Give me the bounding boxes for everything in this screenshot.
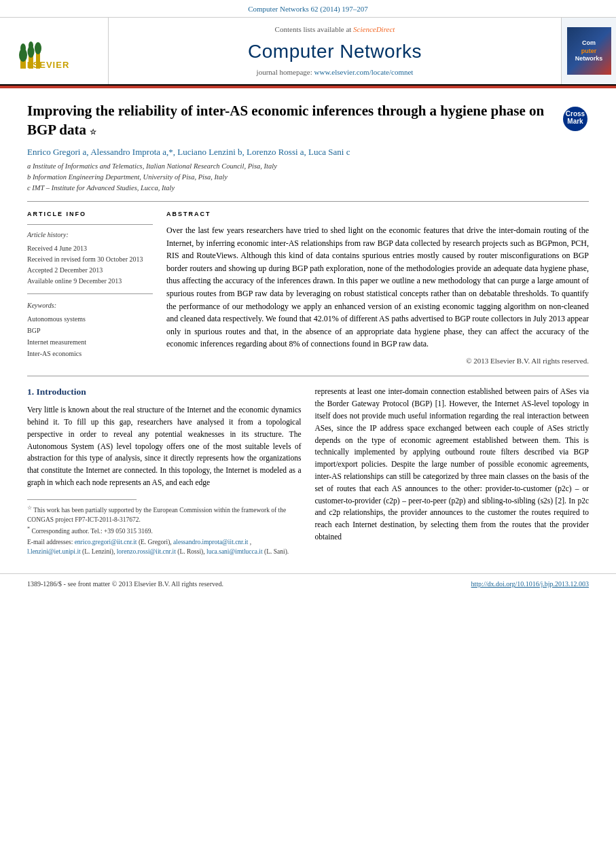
abstract-col: ABSTRACT Over the last few years researc… xyxy=(166,210,589,366)
section-divider-1 xyxy=(27,201,589,202)
intro-left-text: Very little is known about the real stru… xyxy=(27,404,302,489)
email-link-1[interactable]: alessandro.improta@iit.cnr.it xyxy=(173,539,248,545)
journal-header-center: Contents lists available at ScienceDirec… xyxy=(109,18,562,84)
email-link-0[interactable]: enrico.gregori@iit.cnr.it xyxy=(75,539,137,545)
science-direct-link[interactable]: ScienceDirect xyxy=(353,25,395,33)
keywords-divider xyxy=(27,293,153,294)
journal-homepage: journal homepage: www.elsevier.com/locat… xyxy=(257,67,414,77)
history-item-2: Accepted 2 December 2013 xyxy=(27,265,153,276)
article-info-divider xyxy=(27,224,153,225)
svg-text:Cross: Cross xyxy=(566,110,585,118)
authors-line: Enrico Gregori a, Alessandro Improta a,*… xyxy=(27,146,589,158)
paper-title: Improving the reliability of inter-AS ec… xyxy=(27,102,551,139)
keyword-1: BGP xyxy=(27,325,153,336)
journal-header: ELSEVIER Contents lists available at Sci… xyxy=(0,18,616,86)
email-footnotes: E-mail addresses: enrico.gregori@iit.cnr… xyxy=(27,537,302,557)
main-content: Improving the reliability of inter-AS ec… xyxy=(0,88,616,567)
article-history-label: Article history: xyxy=(27,230,153,240)
elsevier-logo: ELSEVIER xyxy=(17,33,92,70)
journal-thumbnail: Com puter Networks xyxy=(567,27,611,75)
paper-title-section: Improving the reliability of inter-AS ec… xyxy=(27,102,589,139)
footnote-divider xyxy=(27,499,137,500)
corresponding-footnote-text: * Corresponding author. Tel.: +39 050 31… xyxy=(27,525,302,536)
article-info-abstract: ARTICLE INFO Article history: Received 4… xyxy=(27,210,589,366)
svg-text:Mark: Mark xyxy=(567,118,583,125)
copyright-line: © 2013 Elsevier B.V. All rights reserved… xyxy=(166,356,589,366)
journal-thumbnail-section: Com puter Networks xyxy=(562,18,616,84)
history-item-1: Received in revised form 30 October 2013 xyxy=(27,254,153,265)
intro-right-col: represents at least one inter-domain con… xyxy=(315,386,590,556)
journal-title: Computer Networks xyxy=(248,38,422,65)
history-item-3: Available online 9 December 2013 xyxy=(27,276,153,287)
authors-section: Enrico Gregori a, Alessandro Improta a,*… xyxy=(27,146,589,193)
history-item-0: Received 4 June 2013 xyxy=(27,243,153,254)
keyword-3: Inter-AS economics xyxy=(27,348,153,359)
section-divider-2 xyxy=(27,376,589,376)
abstract-text: Over the last few years researchers have… xyxy=(166,224,589,351)
keywords-label: Keywords: xyxy=(27,301,153,310)
science-direct-text: Contents lists available at ScienceDirec… xyxy=(275,24,395,35)
svg-point-8 xyxy=(35,42,41,54)
issn-text: 1389-1286/$ - see front matter © 2013 El… xyxy=(27,579,223,589)
email-link-4[interactable]: luca.sani@imtlucca.it xyxy=(206,548,263,555)
doi-text: Computer Networks 62 (2014) 197–207 xyxy=(248,5,368,13)
keyword-0: Autonomous systems xyxy=(27,313,153,325)
affiliations: a Institute of Informatics and Telematic… xyxy=(27,161,589,193)
keyword-2: Internet measurement xyxy=(27,336,153,348)
svg-point-3 xyxy=(20,43,26,53)
elsevier-logo-section: ELSEVIER xyxy=(0,18,109,84)
intro-right-text: represents at least one inter-domain con… xyxy=(315,386,590,543)
homepage-link[interactable]: www.elsevier.com/locate/comnet xyxy=(314,68,414,76)
star-footnote-text: ☆ This work has been partially supported… xyxy=(27,504,302,525)
article-info-label: ARTICLE INFO xyxy=(27,210,153,219)
affiliation-c: c IMT – Institute for Advanced Studies, … xyxy=(27,183,589,194)
star-footnote: ☆ xyxy=(90,128,96,136)
intro-left-col: 1. Introduction Very little is known abo… xyxy=(27,386,302,556)
intro-heading: 1. Introduction xyxy=(27,386,302,399)
affiliation-b: b Information Engineering Department, Un… xyxy=(27,172,589,183)
svg-text:ELSEVIER: ELSEVIER xyxy=(20,60,69,70)
email-link-3[interactable]: lorenzo.rossi@iit.cnr.it xyxy=(117,548,176,555)
introduction-section: 1. Introduction Very little is known abo… xyxy=(27,386,589,556)
elsevier-logo-svg: ELSEVIER xyxy=(17,33,92,70)
abstract-label: ABSTRACT xyxy=(166,210,589,219)
svg-point-6 xyxy=(29,41,33,50)
email-link-2[interactable]: l.lenzini@iet.unipi.it xyxy=(27,548,81,555)
affiliation-a: a Institute of Informatics and Telematic… xyxy=(27,161,589,172)
article-info-col: ARTICLE INFO Article history: Received 4… xyxy=(27,210,153,366)
crossmark-badge[interactable]: Cross Mark xyxy=(562,105,589,132)
bottom-bar: 1389-1286/$ - see front matter © 2013 El… xyxy=(0,573,616,594)
doi-link[interactable]: http://dx.doi.org/10.1016/j.bjp.2013.12.… xyxy=(471,579,589,589)
doi-bar: Computer Networks 62 (2014) 197–207 xyxy=(0,0,616,18)
